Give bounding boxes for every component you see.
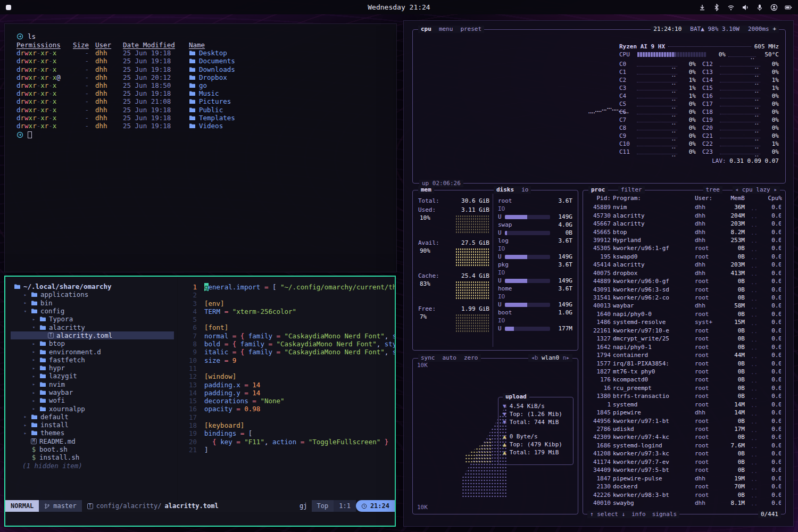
terminal-window-ls[interactable]: ls PermissionsSizeUserDate ModifiedName … bbox=[4, 23, 397, 272]
wifi-icon[interactable] bbox=[727, 4, 735, 11]
process-row[interactable]: 39912Hyprlanddhh253M⡀⡀0.0 bbox=[587, 236, 781, 244]
disks-tab-io[interactable]: io bbox=[521, 186, 528, 194]
process-row[interactable]: 1327dmcrypt_write/25root0B⡀⡀0.0 bbox=[587, 335, 781, 343]
process-row[interactable]: 44889kworker/u96:0-gfroot0B⡀⡀0.0 bbox=[587, 277, 781, 285]
process-row[interactable]: 43091kworker/u96:3-sdroot0B⡀⡀0.0 bbox=[587, 285, 781, 293]
proc-footer-select[interactable]: ↑ select ↓ bbox=[590, 511, 625, 518]
process-row[interactable]: 1642napi/phy0-1root0B⡀⡀0.0 bbox=[587, 343, 781, 351]
proc-column-memb[interactable]: MemB bbox=[721, 195, 745, 202]
process-row[interactable]: 41208kworker/u97:3-kcroot0B⡀⡀0.0 bbox=[587, 450, 781, 458]
cpu-tab-menu[interactable]: menu bbox=[439, 26, 453, 33]
tree-item-install[interactable]: ▸install bbox=[11, 421, 174, 429]
tree-item-applications[interactable]: ▸applications bbox=[11, 290, 174, 298]
core-row-c14: C141% bbox=[702, 76, 779, 84]
process-row[interactable]: 1577irq/81-PIXA3854:root0B⡀⡀0.0 bbox=[587, 359, 781, 367]
tree-item-waybar[interactable]: ▸waybar bbox=[11, 388, 174, 396]
tree-item-wofi[interactable]: ▸wofi bbox=[11, 396, 174, 404]
battery-icon[interactable] bbox=[785, 4, 792, 11]
process-row[interactable]: 40013waybardhh58M⡀⡀0.0 bbox=[587, 302, 781, 310]
bluetooth-icon[interactable] bbox=[713, 4, 720, 11]
process-row[interactable]: 195kswapd0root0B⡀⡀0.0 bbox=[587, 253, 781, 261]
tree-root[interactable]: ~/.local/share/omarchy bbox=[11, 282, 174, 290]
net-tab-zero[interactable]: zero bbox=[464, 354, 478, 362]
core-graph bbox=[637, 118, 677, 122]
volume-icon[interactable] bbox=[742, 4, 749, 11]
tree-item-lazygit[interactable]: ▸lazygit bbox=[11, 372, 174, 380]
net-tab-auto[interactable]: auto bbox=[443, 354, 457, 362]
process-row[interactable]: 45665btopdhh8.2M⡀⡀0.0 bbox=[587, 228, 781, 236]
process-row[interactable]: 44956kworker/u97:1-btroot0B⡀⡀0.0 bbox=[587, 417, 781, 425]
tree-item-default[interactable]: ▸default bbox=[11, 413, 174, 421]
proc-column-program[interactable]: Program: bbox=[613, 195, 693, 202]
proc-sort[interactable]: ◂ cpu lazy ▸ bbox=[733, 186, 780, 194]
proc-column-user[interactable]: User: bbox=[695, 195, 719, 202]
workspace-indicator[interactable] bbox=[6, 5, 11, 10]
process-row[interactable]: 1847pipewire-pulsedhh19M⡀⡀0.0 bbox=[587, 474, 781, 482]
process-row[interactable]: 1640napi/phy0-0root0B⡀⡀0.0 bbox=[587, 310, 781, 318]
disks-tab-disks[interactable]: disks bbox=[496, 186, 514, 194]
tree-item-config[interactable]: ▾config bbox=[11, 307, 174, 315]
folder-icon bbox=[39, 389, 46, 395]
tree-item-alacritty[interactable]: ▾alacritty bbox=[11, 323, 174, 331]
update-interval[interactable]: 2000ms + bbox=[748, 26, 776, 33]
tree-item-btop[interactable]: ▸btop bbox=[11, 339, 174, 347]
tree-item-bin[interactable]: ▸bin bbox=[11, 299, 174, 307]
process-row[interactable]: 34409kworker/u97:5-btroot0B⡀⡀0.0 bbox=[587, 466, 781, 474]
process-row[interactable]: 41174kworker/u97:7-evroot0B⡀⡀0.0 bbox=[587, 458, 781, 466]
tree-item-hypr[interactable]: ▸hypr bbox=[11, 364, 174, 372]
disk-usage-bar bbox=[505, 255, 550, 259]
tree-item-fastfetch[interactable]: ▸fastfetch bbox=[11, 356, 174, 364]
process-row[interactable]: 45730alacrittydhh204M⡀⡀0.0 bbox=[587, 211, 781, 219]
process-row[interactable]: 22161kworker/u97:10-eroot0B⡀⡀0.0 bbox=[587, 327, 781, 335]
tree-item-xournalpp[interactable]: ▸xournalpp bbox=[11, 404, 174, 412]
process-row[interactable]: 45414alacrittydhh203M⡀⡀0.0 bbox=[587, 261, 781, 269]
download-icon[interactable] bbox=[699, 4, 706, 11]
proc-tree-toggle[interactable]: tree bbox=[703, 186, 723, 194]
process-row[interactable]: 2130dockerdroot70M⡀⡀0.0 bbox=[587, 483, 781, 491]
tree-item-boot.sh[interactable]: $boot.sh bbox=[11, 445, 174, 453]
file-size: - bbox=[73, 106, 89, 114]
process-row[interactable]: 1845pipewiredhh14M⡀⡀0.0 bbox=[587, 409, 781, 417]
process-row[interactable]: 42226kworker/u98:3-btroot0B⡀⡀0.0 bbox=[587, 491, 781, 498]
net-device-selector[interactable]: ◂b wlan0 n▸ bbox=[528, 354, 572, 362]
process-row[interactable]: 2786udiskdroot17M⡀⡀0.0 bbox=[587, 425, 781, 433]
tree-item-install.sh[interactable]: $install.sh bbox=[11, 453, 174, 461]
process-row[interactable]: 1380btrfs-transactioroot0B⡀⡀0.0 bbox=[587, 392, 781, 400]
proc-column-cpu%[interactable]: Cpu% bbox=[765, 195, 782, 202]
btop-window[interactable]: cpumenupreset 21:24:10 BAT▲ 98% 3.10W 20… bbox=[403, 20, 794, 527]
process-row[interactable]: 1486systemd-resolvesyst+15M⡀⡀0.0 bbox=[587, 318, 781, 326]
process-row[interactable]: 42309kworker/u97:4-kcroot0B⡀⡀0.0 bbox=[587, 433, 781, 441]
git-branch[interactable]: master bbox=[39, 500, 81, 512]
process-row[interactable]: 45667alacrittydhh203M⡀⡀0.0 bbox=[587, 220, 781, 228]
tree-item-typora[interactable]: ▸Typora bbox=[11, 315, 174, 323]
proc-column-pid[interactable]: Pid: bbox=[587, 195, 611, 202]
neovim-window[interactable]: ~/.local/share/omarchy▸applications▸bin▾… bbox=[4, 276, 396, 527]
proc-footer-info[interactable]: info bbox=[631, 511, 646, 518]
process-row[interactable]: 1systemdroot14M⡀⡀0.0 bbox=[587, 401, 781, 409]
process-row[interactable]: 40075dropboxdhh413M⡀⡀0.0 bbox=[587, 269, 781, 277]
tree-item-themes[interactable]: ▸themes bbox=[11, 429, 174, 437]
topbar-clock[interactable]: Wednesday 21:24 bbox=[368, 3, 430, 11]
net-tab-sync[interactable]: sync bbox=[421, 354, 435, 362]
ls-row: drwxr-xr-x-dhh25 Jun 19:18Templates bbox=[16, 114, 388, 122]
tree-item-readme.md[interactable]: MREADME.md bbox=[11, 437, 174, 445]
process-row[interactable]: 16rcu_preemptroot0B⡀⡀0.0 bbox=[587, 384, 781, 392]
cpu-tab-cpu[interactable]: cpu bbox=[421, 26, 431, 33]
proc-filter[interactable]: filter bbox=[618, 186, 645, 194]
account-icon[interactable] bbox=[770, 4, 778, 11]
process-row[interactable]: 1794containerdroot44M⡀⡀0.0 bbox=[587, 351, 781, 359]
proc-footer-signals[interactable]: signals bbox=[652, 511, 677, 518]
cpu-tab-preset[interactable]: preset bbox=[460, 26, 481, 33]
process-row[interactable]: 176kcompactd0root0B⡀⡀0.0 bbox=[587, 376, 781, 384]
tree-item-alacritty.toml[interactable]: Talacritty.toml bbox=[11, 331, 174, 339]
process-row[interactable]: 31541kworker/u96:2-coroot0B⡀⡀0.0 bbox=[587, 294, 781, 302]
process-row[interactable]: 1827mt76-tx phy0root0B⡀⡀0.0 bbox=[587, 368, 781, 376]
process-row[interactable]: 1686systemd-logindroot7.6M⡀⡀0.0 bbox=[587, 442, 781, 450]
mic-icon[interactable] bbox=[756, 4, 763, 11]
tree-item-environment.d[interactable]: ▸environment.d bbox=[11, 347, 174, 355]
tree-item-nvim[interactable]: ▸nvim bbox=[11, 380, 174, 388]
process-row[interactable]: 40010swaybgdhh8.1M⡀⡀0.0 bbox=[587, 499, 781, 507]
process-row[interactable]: 45305kworker/u96:1-gfroot0B⡀⡀0.0 bbox=[587, 244, 781, 252]
code-editor[interactable]: 1general.import = [ "~/.config/omarchy/c… bbox=[178, 277, 395, 500]
process-row[interactable]: 45889nvimdhh36M⡀⡀0.0 bbox=[587, 203, 781, 211]
